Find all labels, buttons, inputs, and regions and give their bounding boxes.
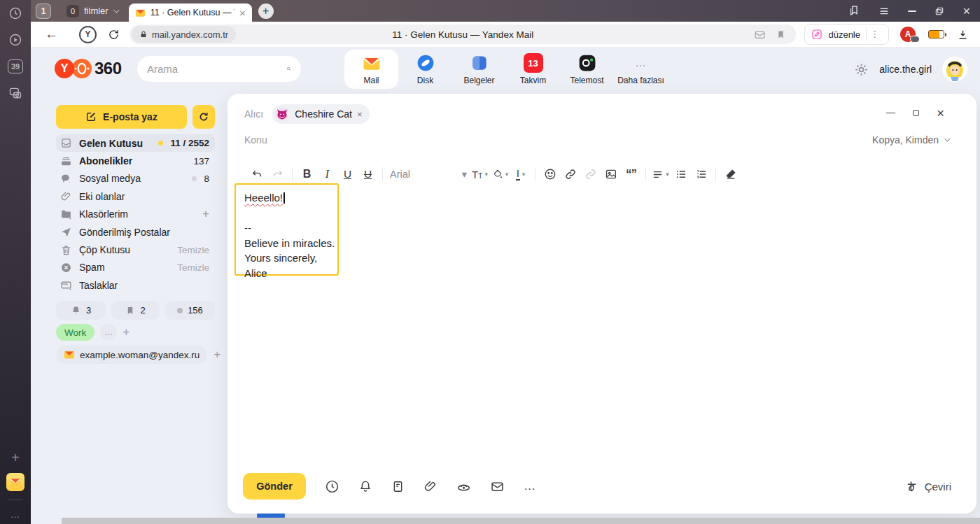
yandex360-logo[interactable]: Y 360 (55, 59, 122, 78)
remove-recipient-icon[interactable]: × (357, 109, 363, 120)
menu-icon[interactable] (878, 6, 890, 17)
restore-icon[interactable] (934, 6, 944, 16)
search-box[interactable] (137, 56, 301, 82)
underline-button[interactable]: U (337, 164, 358, 184)
label-work[interactable]: Work (56, 324, 94, 341)
insert-link-button[interactable] (560, 164, 580, 184)
folder-subscriptions[interactable]: Abonelikler 137 (56, 152, 215, 169)
folder-inbox[interactable]: Gelen Kutusu 11 / 2552 (56, 134, 215, 152)
address-bar[interactable]: mail.yandex.com.tr 11 · Gelen Kutusu — Y… (130, 24, 796, 44)
clear-formatting-button[interactable] (720, 164, 741, 184)
folder-spam[interactable]: Spam Temizle (56, 259, 215, 276)
more-actions-icon[interactable]: … (524, 479, 536, 493)
account-pill[interactable]: example.woman@yandex.ru (56, 346, 207, 364)
schedule-send-icon[interactable] (325, 479, 340, 494)
app-telemost[interactable]: Telemost (560, 50, 614, 89)
template-icon[interactable] (391, 480, 405, 493)
bookmark-icon[interactable] (776, 29, 786, 40)
username[interactable]: alice.the.girl (879, 64, 932, 75)
tab-close-icon[interactable]: × (239, 8, 246, 18)
emoji-button[interactable] (540, 164, 560, 184)
reload-icon[interactable] (108, 29, 120, 41)
compose-expand-icon[interactable] (913, 110, 919, 116)
yandex-button[interactable]: Y (79, 26, 97, 43)
align-select[interactable]: ▾ (650, 164, 671, 184)
battery-icon[interactable] (928, 30, 944, 38)
folder-drafts[interactable]: Taslaklar (56, 276, 215, 294)
recipient-row[interactable]: Alıcı Cheshire Cat × (244, 104, 370, 125)
settings-gear-icon[interactable] (854, 62, 869, 77)
text-color-select[interactable]: I▾ (510, 164, 531, 184)
compose-minimize-icon[interactable] (886, 113, 895, 114)
add-panel-icon[interactable]: + (11, 451, 20, 465)
app-more[interactable]: … Daha fazlası (614, 50, 668, 89)
font-family-select[interactable]: Arial ▾ (387, 169, 470, 180)
attach-file-icon[interactable] (424, 479, 438, 493)
font-size-select[interactable]: TT▾ (470, 164, 490, 184)
folder-trash[interactable]: Çöp Kutusu Temizle (56, 241, 215, 258)
active-tab[interactable]: 11 · Gelen Kutusu — Yan × (129, 3, 252, 22)
add-account-button[interactable]: + (214, 348, 220, 362)
body-line-signature-1: Believe in miracles. (244, 236, 337, 251)
new-tab-button[interactable]: + (258, 3, 274, 19)
app-mail[interactable]: Mail (344, 50, 398, 89)
send-button[interactable]: Gönder (243, 473, 306, 500)
close-icon[interactable]: × (962, 5, 970, 17)
undo-icon[interactable] (247, 164, 267, 184)
tab-group-filmler[interactable]: 0 filmler (66, 5, 118, 17)
mail-notifications-icon[interactable] (754, 29, 766, 41)
reminder-bell-icon[interactable] (358, 479, 372, 493)
more-vertical-icon[interactable]: … (872, 29, 883, 39)
history-icon[interactable] (8, 6, 22, 20)
yandex-mail-app-icon[interactable] (6, 473, 24, 491)
search-input[interactable] (147, 63, 286, 75)
message-body-highlight[interactable]: Heeello! -- Believe in miracles. Yours s… (234, 183, 339, 276)
folder-with-attachments[interactable]: Eki olanlar (56, 187, 215, 205)
bookmarks-icon[interactable] (848, 5, 860, 17)
extension-badge[interactable]: A (900, 27, 916, 42)
remove-link-button[interactable] (580, 164, 601, 184)
play-panel-icon[interactable] (8, 33, 22, 47)
compose-button[interactable]: E-posta yaz (56, 105, 187, 129)
unread-counter[interactable]: 156 (165, 301, 215, 320)
edit-button[interactable]: düzenle … (804, 24, 889, 45)
add-label-button[interactable]: + (122, 325, 130, 339)
saved-counter[interactable]: 2 (111, 301, 160, 320)
avatar[interactable] (942, 57, 967, 82)
more-icon[interactable]: … (10, 509, 21, 520)
tabs-count-badge[interactable]: 39 (8, 59, 23, 73)
downloads-icon[interactable] (957, 29, 969, 41)
insert-image-button[interactable] (601, 164, 621, 184)
back-icon[interactable]: ← (45, 27, 58, 42)
app-disk[interactable]: Disk (398, 50, 452, 89)
translate-button[interactable]: Çeviri (905, 480, 951, 493)
tab-counter-button[interactable]: 1 (36, 3, 51, 19)
domain-pill[interactable]: mail.yandex.com.tr (132, 26, 236, 43)
minimize-icon[interactable] (908, 10, 916, 12)
attach-from-disk-icon[interactable] (456, 479, 471, 494)
compose-close-icon[interactable]: × (937, 106, 944, 120)
labels-more-button[interactable]: … (100, 324, 117, 341)
recipient-chip[interactable]: Cheshire Cat × (272, 104, 369, 124)
body-line-signature-3: Alice (244, 266, 337, 281)
disk-icon (416, 53, 435, 73)
blockquote-button[interactable]: “” (621, 164, 641, 184)
screenshot-icon[interactable] (8, 86, 22, 100)
app-calendar[interactable]: 13 Takvim (506, 50, 560, 89)
highlight-color-select[interactable]: ▾ (490, 164, 510, 184)
check-mail-button[interactable] (192, 105, 215, 129)
reminders-counter[interactable]: 3 (56, 301, 106, 320)
strikethrough-button[interactable]: U (358, 164, 378, 184)
bold-button[interactable]: B (297, 164, 317, 184)
italic-button[interactable]: I (317, 164, 337, 184)
app-documents[interactable]: Belgeler (452, 50, 506, 89)
folder-sent[interactable]: Gönderilmiş Postalar (56, 223, 215, 241)
numbered-list-button[interactable] (691, 164, 711, 184)
folder-social[interactable]: Sosyal medya 8 (56, 170, 215, 187)
bullet-list-button[interactable] (671, 164, 691, 184)
folder-my-folders[interactable]: Klasörlerim + (56, 206, 215, 223)
cc-from-toggle[interactable]: Kopya, Kimden (872, 134, 948, 146)
attach-from-mail-icon[interactable] (490, 479, 505, 494)
redo-icon[interactable] (267, 164, 288, 184)
subject-input[interactable] (244, 134, 538, 146)
